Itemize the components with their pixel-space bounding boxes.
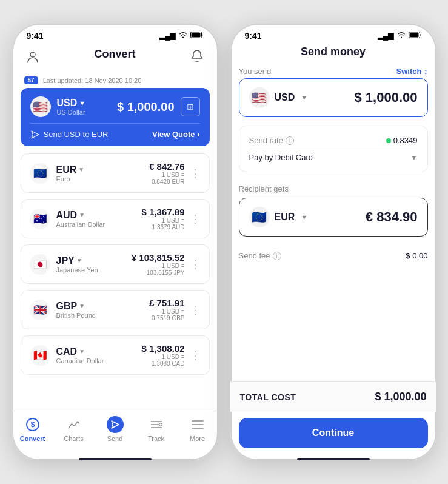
currency-list-item[interactable]: 🇬🇧 GBP ▼ British Pound £ 751.91 1 USD =0… — [21, 290, 210, 329]
sender-caret: ▼ — [301, 94, 307, 101]
more-dots-icon[interactable]: ⋮ — [190, 349, 201, 362]
recipient-code: EUR — [275, 212, 295, 223]
sender-currency-selector[interactable]: 🇺🇸 USD ▼ — [249, 87, 308, 108]
rate-sub: 1 USD =0.8428 EUR — [149, 172, 184, 185]
currency-code: CAD ▼ — [56, 346, 104, 357]
currency-flag: 🇬🇧 — [30, 300, 50, 320]
left-status-icons: ▂▄▆ — [159, 32, 204, 40]
left-header-title: Convert — [82, 45, 147, 67]
currency-rate-right: $ 1,308.02 1 USD =1.3080 CAD ⋮ — [142, 343, 201, 367]
right-scroll-content: You send Switch ↕ 🇺🇸 USD ▼ — [230, 64, 436, 381]
total-cost-value: $ 1,000.00 — [375, 391, 426, 403]
more-dots-icon[interactable]: ⋮ — [190, 167, 201, 180]
rate-sub: 1 USD =103.8155 JPY — [132, 263, 185, 276]
you-send-card[interactable]: 🇺🇸 USD ▼ $ 1,000.00 — [239, 78, 428, 117]
nav-item-track[interactable]: Track — [136, 416, 177, 442]
left-time: 9:41 — [27, 31, 44, 41]
profile-icon[interactable] — [24, 48, 41, 65]
right-status-bar: 9:41 ▂▄▆ — [230, 24, 436, 43]
rate-sub: 1 USD =1.3080 CAD — [142, 354, 185, 367]
recipient-label: Recipient gets — [239, 184, 289, 193]
main-currency-left: 🇺🇸 USD ▼ US Dollar — [30, 96, 86, 117]
currency-name: Japanese Yen — [56, 266, 98, 274]
send-fee-row: Send fee i $ 0.00 — [239, 245, 428, 266]
svg-text:$: $ — [30, 420, 35, 429]
currency-list-item[interactable]: 🇨🇦 CAD ▼ Canadian Dollar $ 1,308.02 1 US… — [21, 335, 210, 375]
currency-item-left: 🇪🇺 EUR ▼ Euro — [30, 163, 85, 184]
svg-rect-1 — [191, 33, 200, 38]
rate-info: $ 1,367.89 1 USD =1.3679 AUD — [142, 207, 185, 230]
more-dots-icon[interactable]: ⋮ — [190, 212, 201, 226]
charts-nav-label: Charts — [64, 435, 83, 442]
svg-point-8 — [159, 423, 162, 426]
svg-rect-13 — [409, 33, 418, 38]
battery-icon — [190, 32, 204, 40]
nav-item-more[interactable]: More — [177, 416, 218, 442]
update-text: Last updated: 18 Nov 2020 10:20 — [43, 77, 142, 84]
convert-nav-icon: $ — [24, 416, 41, 433]
usd-code[interactable]: USD ▼ — [57, 98, 86, 109]
continue-button[interactable]: Continue — [239, 418, 428, 448]
currency-rate-right: ¥ 103,815.52 1 USD =103.8155 JPY ⋮ — [132, 252, 201, 276]
more-dots-icon[interactable]: ⋮ — [190, 258, 201, 271]
send-rate-val: 0.8349 — [386, 136, 418, 145]
currency-rate-right: € 842.76 1 USD =0.8428 EUR ⋮ — [149, 161, 200, 185]
recipient-card[interactable]: 🇪🇺 EUR ▼ € 834.90 — [239, 198, 428, 237]
send-fee-val: $ 0.00 — [406, 251, 427, 260]
recipient-amount: € 834.90 — [366, 209, 418, 225]
r-battery-icon — [409, 32, 422, 40]
rate-main: $ 1,308.02 — [142, 343, 185, 354]
currency-list-item[interactable]: 🇪🇺 EUR ▼ Euro € 842.76 1 USD =0.8428 EUR… — [21, 153, 210, 193]
recipient-flag: 🇪🇺 — [249, 207, 270, 227]
send-rate-row: Send rate i 0.8349 — [249, 132, 418, 149]
right-status-icons: ▂▄▆ — [378, 32, 422, 40]
currency-name: Canadian Dollar — [56, 357, 104, 365]
pay-method-label: Pay by Debit Card — [249, 153, 313, 162]
currency-name: British Pound — [56, 312, 96, 319]
currency-list-item[interactable]: 🇦🇺 AUD ▼ Australian Dollar $ 1,367.89 1 … — [21, 199, 210, 238]
currency-list-item[interactable]: 🇯🇵 JPY ▼ Japanese Yen ¥ 103,815.52 1 USD… — [21, 244, 210, 284]
left-scroll-content: 🇺🇸 USD ▼ US Dollar $ 1,000. — [12, 88, 218, 411]
right-home-indicator — [297, 458, 370, 460]
svg-point-2 — [30, 52, 35, 57]
nav-item-convert[interactable]: $ Convert — [12, 416, 53, 442]
currency-flag: 🇦🇺 — [30, 209, 50, 229]
main-currency-top: 🇺🇸 USD ▼ US Dollar $ 1,000. — [30, 96, 200, 117]
recipient-caret: ▼ — [301, 213, 307, 221]
more-dots-icon[interactable]: ⋮ — [190, 303, 201, 317]
send-row[interactable]: Send USD to EUR View Quote › — [30, 123, 200, 146]
home-indicator — [79, 458, 152, 460]
sender-flag: 🇺🇸 — [249, 87, 270, 108]
right-time: 9:41 — [245, 31, 262, 41]
left-phone: 9:41 ▂▄▆ — [12, 24, 218, 460]
currency-flag: 🇨🇦 — [30, 345, 50, 366]
usd-name: US Dollar — [57, 109, 86, 116]
switch-btn[interactable]: Switch ↕ — [396, 67, 427, 76]
recipient-amount-row: 🇪🇺 EUR ▼ € 834.90 — [249, 207, 418, 227]
right-header-title: Send money — [301, 45, 366, 58]
pay-method-row[interactable]: Pay by Debit Card ▼ — [249, 149, 418, 166]
r-wifi-icon — [397, 32, 406, 40]
update-bar: 57 Last updated: 18 Nov 2020 10:20 — [12, 73, 218, 88]
track-nav-icon — [148, 416, 165, 433]
rate-sub: 1 USD =1.3679 AUD — [142, 217, 185, 230]
rate-main: ¥ 103,815.52 — [132, 252, 185, 263]
currency-rate-right: £ 751.91 1 USD =0.7519 GBP ⋮ — [149, 298, 200, 321]
send-label: Send USD to EUR — [30, 130, 109, 139]
main-currency-card[interactable]: 🇺🇸 USD ▼ US Dollar $ 1,000. — [21, 88, 210, 146]
rate-info: ¥ 103,815.52 1 USD =103.8155 JPY — [132, 252, 185, 276]
currency-rate-right: $ 1,367.89 1 USD =1.3679 AUD ⋮ — [142, 207, 201, 230]
notification-icon[interactable] — [189, 48, 206, 65]
nav-item-charts[interactable]: Charts — [53, 416, 95, 442]
view-quote-btn[interactable]: View Quote › — [152, 130, 200, 139]
total-cost-label: TOTAL COST — [240, 392, 296, 402]
send-details-card: Send rate i 0.8349 Pay by Debit Card ▼ — [239, 126, 428, 172]
you-send-label: You send — [239, 67, 272, 76]
signal-icon: ▂▄▆ — [159, 32, 176, 40]
green-dot — [386, 138, 391, 143]
calculator-icon[interactable]: ⊞ — [181, 97, 200, 116]
recipient-currency-selector[interactable]: 🇪🇺 EUR ▼ — [249, 207, 308, 227]
more-nav-label: More — [190, 435, 205, 442]
you-send-header-row: You send Switch ↕ — [239, 64, 428, 78]
nav-item-send[interactable]: Send — [95, 416, 136, 442]
